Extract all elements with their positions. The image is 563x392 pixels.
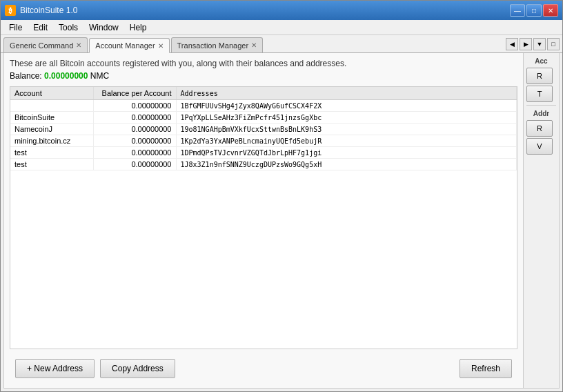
main-window: ₿ BitcoinSuite 1.0 — □ ✕ File Edit Tools…	[0, 0, 563, 392]
tab-right-button[interactable]: ▶	[520, 38, 532, 50]
balance-label: Balance:	[10, 71, 42, 81]
tab-close-icon-2[interactable]: ✕	[158, 42, 164, 50]
content-area: These are all Bitcoin accounts registere…	[3, 53, 560, 389]
col-header-account: Account	[10, 87, 93, 100]
maximize-button[interactable]: □	[526, 4, 542, 17]
col-header-address: Addresses	[176, 87, 517, 100]
cell-address: 1Kp2dYa3YxANPeBLncmainyUQEfd5ebujR	[176, 135, 517, 147]
window-title: BitcoinSuite 1.0	[20, 6, 510, 15]
tab-close-icon[interactable]: ✕	[76, 41, 81, 49]
table-row[interactable]: test0.000000001DPmdQPsTVJcvnrVZGQTdJbrLp…	[10, 147, 517, 159]
tab-new-button[interactable]: □	[547, 38, 560, 50]
accounts-table-container: Account Balance per Account Addresses 0.…	[10, 86, 517, 349]
acc-r-button[interactable]: R	[526, 68, 553, 84]
menu-window[interactable]: Window	[83, 21, 124, 34]
balance-line: Balance: 0.00000000 NMC	[10, 71, 517, 81]
cell-account: NamecoinJ	[10, 124, 93, 135]
addr-v-button[interactable]: V	[526, 138, 553, 155]
acc-label: Acc	[526, 56, 556, 66]
right-panel-divider	[526, 105, 556, 106]
menu-help[interactable]: Help	[124, 21, 152, 34]
addr-r-button[interactable]: R	[526, 120, 553, 137]
new-address-button[interactable]: + New Address	[15, 359, 95, 378]
tab-left-button[interactable]: ◀	[506, 38, 518, 50]
balance-currency: NMC	[90, 71, 109, 81]
cell-balance: 0.00000000	[93, 124, 176, 135]
cell-address: 19o81NGAHpBmVXkfUcxSttwnBsBnLK9hS3	[176, 124, 517, 135]
right-panel: Acc R T Addr R V	[523, 53, 559, 388]
table-row[interactable]: 0.000000001BfGMFUUvSHg4jZyx8QAWyG6ufCSCX…	[10, 100, 517, 112]
cell-address: 1DPmdQPsTVJcvnrVZGQTdJbrLpHF7g1jgi	[176, 147, 517, 159]
menu-tools[interactable]: Tools	[53, 21, 83, 34]
menu-bar: File Edit Tools Window Help	[1, 20, 562, 35]
addr-label: Addr	[526, 108, 556, 119]
cell-account: test	[10, 159, 93, 170]
acc-t-button[interactable]: T	[526, 86, 553, 102]
balance-value: 0.00000000	[44, 71, 88, 81]
cell-account: mining.bitcoin.cz	[10, 135, 93, 147]
col-header-balance: Balance per Account	[93, 87, 176, 100]
cell-account: test	[10, 147, 93, 159]
cell-address: 1PqYXpLLSeAHz3FiZmPcfr451jnzsGgXbc	[176, 112, 517, 124]
close-button[interactable]: ✕	[543, 4, 558, 17]
tab-transaction-manager[interactable]: Transaction Manager ✕	[171, 37, 264, 52]
cell-address: 1J8x3Z1n9nfSNNZ9UczgDUPzsWo9GQg5xH	[176, 159, 517, 170]
cell-balance: 0.00000000	[93, 159, 176, 170]
cell-balance: 0.00000000	[93, 135, 176, 147]
main-panel: These are all Bitcoin accounts registere…	[4, 53, 523, 388]
tab-nav-controls: ◀ ▶ ▼ □	[506, 38, 560, 50]
tab-dropdown-button[interactable]: ▼	[533, 38, 546, 50]
tab-generic-command[interactable]: Generic Command ✕	[3, 37, 88, 52]
window-controls: — □ ✕	[510, 4, 558, 17]
accounts-table: Account Balance per Account Addresses 0.…	[10, 87, 517, 170]
bottom-bar: + New Address Copy Address Refresh	[10, 355, 517, 382]
table-row[interactable]: NamecoinJ0.0000000019o81NGAHpBmVXkfUcxSt…	[10, 124, 517, 135]
cell-balance: 0.00000000	[93, 100, 176, 112]
cell-account: BitcoinSuite	[10, 112, 93, 124]
title-bar: ₿ BitcoinSuite 1.0 — □ ✕	[1, 1, 562, 20]
table-header-row: Account Balance per Account Addresses	[10, 87, 517, 100]
tab-account-manager[interactable]: Account Manager ✕	[89, 38, 169, 53]
cell-balance: 0.00000000	[93, 112, 176, 124]
cell-balance: 0.00000000	[93, 147, 176, 159]
refresh-button[interactable]: Refresh	[460, 359, 512, 378]
tab-bar: Generic Command ✕ Account Manager ✕ Tran…	[1, 35, 562, 53]
description: These are all Bitcoin accounts registere…	[10, 59, 517, 68]
cell-address: 1BfGMFUUvSHg4jZyx8QAWyG6ufCSCX4F2X	[176, 100, 517, 112]
table-row[interactable]: mining.bitcoin.cz0.000000001Kp2dYa3YxANP…	[10, 135, 517, 147]
tab-close-icon-3[interactable]: ✕	[251, 41, 257, 49]
table-row[interactable]: BitcoinSuite0.000000001PqYXpLLSeAHz3FiZm…	[10, 112, 517, 124]
menu-file[interactable]: File	[3, 21, 28, 34]
app-icon: ₿	[5, 5, 16, 16]
menu-edit[interactable]: Edit	[28, 21, 53, 34]
copy-address-button[interactable]: Copy Address	[100, 359, 175, 378]
minimize-button[interactable]: —	[510, 4, 525, 17]
cell-account	[10, 100, 93, 112]
table-row[interactable]: test0.000000001J8x3Z1n9nfSNNZ9UczgDUPzsW…	[10, 159, 517, 170]
